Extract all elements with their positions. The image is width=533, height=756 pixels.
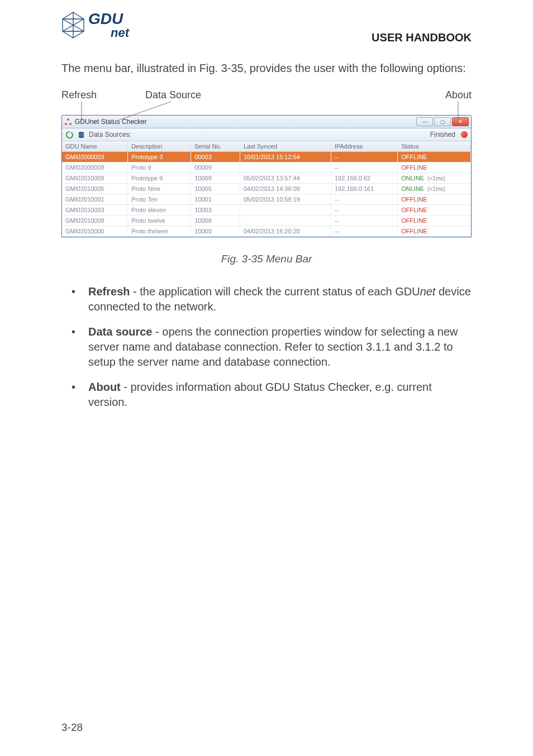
table-cell: 04/02/2013 14:36:09 — [240, 184, 331, 194]
logo-wire-icon — [61, 11, 85, 39]
status-cell: OFFLINE — [398, 216, 471, 226]
table-cell: -- — [331, 194, 397, 205]
label-data-source: Data Source — [145, 89, 201, 101]
status-cell: ONLINE(<1ms) — [398, 173, 471, 184]
table-header-row: GDU Name Description Serial No. Last Syn… — [62, 141, 471, 152]
table-cell: 10003 — [191, 205, 240, 216]
logo: GDU net — [61, 11, 129, 39]
list-item: Refresh - the application will check the… — [72, 284, 472, 314]
label-about: About — [445, 89, 472, 101]
refresh-icon[interactable] — [65, 131, 74, 139]
table-cell: GMI02010008 — [62, 216, 128, 226]
status-cell: ONLINE(<1ms) — [398, 184, 471, 194]
table-cell — [240, 216, 331, 226]
table-cell: GMI02010000 — [62, 226, 128, 237]
table-cell: 10009 — [191, 173, 240, 184]
table-cell: GMI02010005 — [62, 184, 128, 194]
table-cell: GMI02010009 — [62, 173, 128, 184]
col-ipaddress[interactable]: IPAddress — [331, 141, 397, 152]
bullet-list: Refresh - the application will check the… — [72, 284, 472, 410]
table-row[interactable]: GMI02000003Prototype 30000310/01/2013 15… — [62, 152, 471, 162]
table-cell: Proto 9 — [128, 162, 191, 173]
table-cell: 10005 — [191, 184, 240, 194]
handbook-title: USER HANDBOOK — [372, 31, 472, 44]
table-cell: Proto Ten — [128, 194, 191, 205]
table-row[interactable]: GMI02010009Prototype 91000905/02/2013 13… — [62, 173, 471, 184]
table-cell: GMI02010001 — [62, 194, 128, 205]
table-cell: GMI02000009 — [62, 162, 128, 173]
table-row[interactable]: GMI02010000Proto thirteen1000004/02/2013… — [62, 226, 471, 237]
table-row[interactable]: GMI02010008Proto twelve10008--OFFLINE — [62, 216, 471, 226]
bullet-italic: net — [420, 285, 436, 298]
table-cell: Prototype 3 — [128, 152, 191, 162]
maximize-button[interactable]: ▢ — [434, 117, 451, 126]
list-item: Data source - opens the connection prope… — [72, 324, 472, 370]
svg-point-3 — [65, 123, 67, 125]
table-cell: Proto Nine — [128, 184, 191, 194]
table-cell: Proto eleven — [128, 205, 191, 216]
table-cell: 10008 — [191, 216, 240, 226]
status-cell: OFFLINE — [398, 205, 471, 216]
table-row[interactable]: GMI02000009Proto 900009--OFFLINE — [62, 162, 471, 173]
table-cell: 10/01/2013 15:12:54 — [240, 152, 331, 162]
table-cell: 05/02/2013 13:57:44 — [240, 173, 331, 184]
table-cell — [240, 162, 331, 173]
table-cell: 05/02/2013 10:58:19 — [240, 194, 331, 205]
table-cell: Proto thirteen — [128, 226, 191, 237]
svg-point-4 — [69, 123, 72, 125]
label-refresh: Refresh — [61, 89, 97, 101]
table-cell: 04/02/2013 16:20:20 — [240, 226, 331, 237]
col-status[interactable]: Status — [398, 141, 471, 152]
table-cell: -- — [331, 226, 397, 237]
table-cell: -- — [331, 205, 397, 216]
data-source-icon[interactable] — [77, 131, 85, 139]
intro-paragraph: The menu bar, illustrated in Fig. 3-35, … — [61, 61, 472, 76]
list-item: About - provides information about GDU S… — [72, 380, 472, 410]
table-cell: -- — [331, 216, 397, 226]
figure-caption: Fig. 3-35 Menu Bar — [61, 253, 472, 265]
table-row[interactable]: GMI02010001Proto Ten1000105/02/2013 10:5… — [62, 194, 471, 205]
col-last-synced[interactable]: Last Synced — [240, 141, 331, 152]
close-button[interactable]: ✕ — [452, 117, 469, 126]
page-number: 3-28 — [61, 721, 83, 734]
page-header: GDU net USER HANDBOOK — [61, 11, 472, 44]
table-cell: Proto twelve — [128, 216, 191, 226]
bullet-strong: Data source — [88, 326, 153, 338]
col-description[interactable]: Description — [128, 141, 191, 152]
table-cell: 10001 — [191, 194, 240, 205]
bullet-text: - the application will check the current… — [130, 285, 420, 298]
table-cell: 00009 — [191, 162, 240, 173]
window-title: GDUnet Status Checker — [75, 118, 415, 126]
bullet-strong: Refresh — [88, 285, 130, 298]
table-cell — [240, 205, 331, 216]
status-checker-window: GDUnet Status Checker — ▢ ✕ Data Sources… — [61, 115, 472, 237]
status-indicator-icon — [461, 131, 468, 138]
status-cell: OFFLINE — [398, 162, 471, 173]
bullet-text: - provides information about GDU Status … — [88, 381, 432, 408]
table-cell: 192.168.0.161 — [331, 184, 397, 194]
toolbar: Data Sources: Finished — [62, 128, 471, 141]
minimize-button[interactable]: — — [416, 117, 433, 126]
table-row[interactable]: GMI02010005Proto Nine1000504/02/2013 14:… — [62, 184, 471, 194]
table-cell: 10000 — [191, 226, 240, 237]
table-cell: -- — [331, 152, 397, 162]
table-cell: Prototype 9 — [128, 173, 191, 184]
col-serial[interactable]: Serial No. — [191, 141, 240, 152]
table-cell: 00003 — [191, 152, 240, 162]
logo-text-bottom: net — [111, 27, 129, 39]
status-cell: OFFLINE — [398, 226, 471, 237]
window-titlebar[interactable]: GDUnet Status Checker — ▢ ✕ — [62, 116, 471, 128]
status-text: Finished — [430, 131, 455, 138]
table-cell: -- — [331, 162, 397, 173]
table-cell: GMI02000003 — [62, 152, 128, 162]
col-gdu-name[interactable]: GDU Name — [62, 141, 128, 152]
status-table: GDU Name Description Serial No. Last Syn… — [62, 141, 471, 237]
svg-point-5 — [67, 118, 69, 121]
callout-labels: Refresh Data Source About — [61, 89, 472, 115]
app-icon — [64, 118, 72, 126]
status-cell: OFFLINE — [398, 194, 471, 205]
table-row[interactable]: GMI02010003Proto eleven10003--OFFLINE — [62, 205, 471, 216]
logo-text-top: GDU — [88, 11, 129, 27]
table-cell: 192.168.0.62 — [331, 173, 397, 184]
bullet-strong: About — [88, 381, 121, 393]
